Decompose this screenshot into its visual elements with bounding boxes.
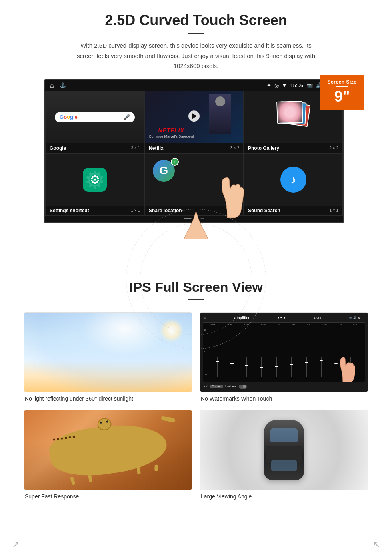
car-rear-window — [271, 460, 297, 471]
badge-divider — [336, 86, 348, 87]
car-top-view — [264, 420, 304, 480]
netflix-logo: NETFLIX — [149, 127, 194, 134]
car-visual: ↗ ↖ — [200, 410, 368, 490]
play-triangle-icon — [192, 113, 197, 119]
feature-car: ↗ ↖ Large Viewing Angle — [200, 410, 368, 500]
netflix-subtitle: Continue Marvel's Daredevil — [149, 134, 194, 138]
screen-size-badge: Screen Size 9" — [320, 75, 364, 110]
extended-hand-icon — [172, 211, 220, 243]
badge-unit: " — [343, 88, 350, 105]
netflix-play-button[interactable] — [188, 110, 200, 122]
car-roof — [266, 446, 302, 462]
badge-size-number: 9 — [334, 88, 342, 105]
section-ips: IPS Full Screen View No light reflecting… — [0, 275, 392, 512]
netflix-text-overlay: NETFLIX Continue Marvel's Daredevil — [149, 127, 194, 138]
badge-size: 9" — [323, 89, 361, 104]
badge-title: Screen Size — [323, 79, 361, 85]
car-windshield — [270, 428, 298, 442]
car-image: ↗ ↖ — [200, 410, 368, 490]
feature-grid: No light reflecting under 360° direct su… — [24, 312, 368, 500]
